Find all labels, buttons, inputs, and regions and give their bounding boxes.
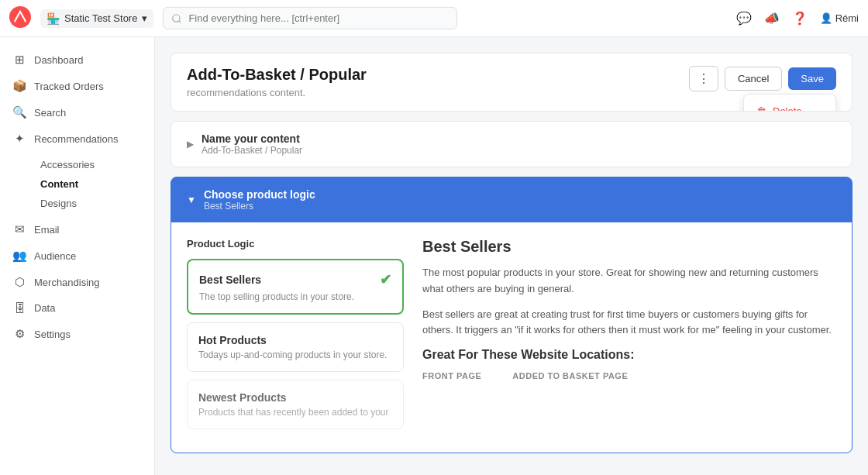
page-actions: ⋮ Cancel Save	[689, 66, 836, 91]
newest-products-title: Newest Products	[198, 391, 392, 404]
merchandising-icon: ⬡	[12, 275, 26, 289]
email-icon: ✉	[12, 222, 26, 236]
page-subtitle: recommendations content.	[187, 87, 367, 98]
page-title: Add-To-Basket / Popular	[187, 66, 367, 84]
sidebar-item-label: Search	[34, 107, 66, 119]
user-menu[interactable]: 👤 Rémi	[820, 12, 859, 24]
logo	[9, 6, 31, 30]
sidebar-item-merchandising[interactable]: ⬡ Merchandising	[0, 269, 154, 295]
sidebar-item-label: Settings	[34, 329, 71, 340]
sidebar-subitem-content[interactable]: Content	[34, 174, 154, 194]
recommendations-submenu: Accessories Content Designs	[0, 152, 154, 216]
hot-products-title: Hot Products	[198, 334, 392, 346]
basket-page-label: ADDED TO BASKET PAGE	[512, 371, 628, 380]
more-options-dropdown: 🗑 Delete	[743, 94, 836, 112]
hot-products-desc: Todays up-and-coming products in your st…	[198, 349, 392, 360]
product-logic-header[interactable]: ▼ Choose product logic Best Sellers	[171, 177, 852, 222]
name-content-text: Name your content Add-To-Basket / Popula…	[202, 133, 302, 156]
sidebar-item-search[interactable]: 🔍 Search	[0, 99, 154, 126]
product-logic-text: Choose product logic Best Sellers	[204, 188, 315, 212]
sidebar-item-label: Recommendations	[34, 133, 118, 145]
chat-icon[interactable]: 💬	[736, 11, 752, 26]
name-content-sub: Add-To-Basket / Popular	[202, 145, 302, 156]
name-content-title: Name your content	[202, 133, 302, 145]
chevron-down-icon: ▼	[187, 194, 196, 205]
search-bar	[163, 7, 457, 29]
chevron-down-icon: ▾	[142, 12, 147, 24]
page-header-text: Add-To-Basket / Popular recommendations …	[187, 66, 367, 98]
sidebar-item-label: Audience	[34, 250, 76, 262]
newest-products-card[interactable]: Newest Products Products that has recent…	[187, 380, 404, 429]
data-icon: 🗄	[12, 301, 26, 315]
store-name: Static Test Store	[64, 12, 137, 24]
product-logic-section: ▼ Choose product logic Best Sellers Prod…	[170, 177, 852, 453]
global-search-input[interactable]	[163, 7, 457, 29]
location-front-page: FRONT PAGE	[422, 371, 481, 380]
sidebar-item-label: Merchandising	[34, 277, 100, 288]
more-options-button[interactable]: ⋮	[689, 66, 718, 91]
store-icon: 🏪	[46, 12, 60, 25]
user-icon: 👤	[820, 12, 832, 24]
logic-detail-para2: Best sellers are great at creating trust…	[422, 307, 836, 339]
dashboard-icon: ⊞	[12, 53, 26, 67]
sidebar-subitem-designs[interactable]: Designs	[34, 194, 154, 213]
newest-products-desc: Products that has recently been added to…	[198, 407, 392, 418]
product-logic-list: Product Logic Best Sellers ✔ The top sel…	[187, 238, 404, 437]
audience-icon: 👥	[12, 249, 26, 263]
product-logic-sub: Best Sellers	[204, 201, 315, 212]
delete-option[interactable]: 🗑 Delete	[744, 99, 835, 112]
page-header: Add-To-Basket / Popular recommendations …	[170, 53, 852, 112]
sidebar-item-dashboard[interactable]: ⊞ Dashboard	[0, 46, 154, 73]
sidebar-item-tracked-orders[interactable]: 📦 Tracked Orders	[0, 73, 154, 99]
svg-point-0	[9, 6, 31, 28]
logic-detail-para1: The most popular products in your store.…	[422, 265, 836, 298]
sidebar-item-label: Email	[34, 224, 60, 236]
checkmark-icon: ✔	[380, 271, 391, 288]
name-content-header[interactable]: ▶ Name your content Add-To-Basket / Popu…	[171, 122, 852, 167]
store-selector[interactable]: 🏪 Static Test Store ▾	[40, 9, 153, 28]
location-basket-page: ADDED TO BASKET PAGE	[512, 371, 628, 380]
logic-detail-title: Best Sellers	[422, 238, 836, 256]
chevron-right-icon: ▶	[187, 139, 194, 150]
cancel-button[interactable]: Cancel	[725, 67, 782, 91]
hot-products-card[interactable]: Hot Products Todays up-and-coming produc…	[187, 322, 404, 372]
sidebar-item-label: Dashboard	[34, 54, 84, 66]
sidebar-subitem-accessories[interactable]: Accessories	[34, 155, 154, 174]
locations-row: FRONT PAGE ADDED TO BASKET PAGE	[422, 371, 836, 380]
help-icon[interactable]: ❓	[792, 11, 808, 26]
trash-icon: 🗑	[756, 105, 766, 112]
name-content-section: ▶ Name your content Add-To-Basket / Popu…	[170, 121, 852, 167]
sidebar-item-data[interactable]: 🗄 Data	[0, 295, 154, 321]
topbar: 🏪 Static Test Store ▾ 💬 📣 ❓ 👤 Rémi	[0, 0, 868, 37]
tracked-orders-icon: 📦	[12, 79, 26, 93]
sidebar: ⊞ Dashboard 📦 Tracked Orders 🔍 Search ✦ …	[0, 37, 155, 475]
search-icon: 🔍	[12, 105, 26, 119]
save-button[interactable]: Save	[788, 67, 836, 90]
sidebar-item-audience[interactable]: 👥 Audience	[0, 243, 154, 269]
layout: ⊞ Dashboard 📦 Tracked Orders 🔍 Search ✦ …	[0, 37, 868, 475]
best-sellers-title: Best Sellers ✔	[199, 271, 391, 288]
front-page-label: FRONT PAGE	[422, 371, 481, 380]
product-logic-title: Choose product logic	[204, 188, 315, 201]
sidebar-item-email[interactable]: ✉ Email	[0, 216, 154, 243]
best-sellers-card[interactable]: Best Sellers ✔ The top selling products …	[187, 259, 404, 315]
logic-detail-panel: Best Sellers The most popular products i…	[422, 238, 836, 437]
great-for-title: Great For These Website Locations:	[422, 348, 836, 362]
product-logic-body: Product Logic Best Sellers ✔ The top sel…	[171, 222, 852, 453]
delete-label: Delete	[773, 105, 802, 112]
product-logic-label: Product Logic	[187, 238, 404, 250]
sidebar-item-recommendations[interactable]: ✦ Recommendations	[0, 126, 154, 152]
best-sellers-desc: The top selling products in your store.	[199, 291, 391, 302]
settings-icon: ⚙	[12, 327, 26, 341]
sidebar-item-label: Tracked Orders	[34, 81, 104, 92]
sidebar-item-label: Data	[34, 302, 55, 314]
sidebar-item-settings[interactable]: ⚙ Settings	[0, 321, 154, 347]
notification-icon[interactable]: 📣	[764, 11, 780, 26]
user-name: Rémi	[835, 12, 859, 24]
recommendations-icon: ✦	[12, 132, 26, 146]
main-content: Add-To-Basket / Popular recommendations …	[155, 37, 868, 475]
topbar-right: 💬 📣 ❓ 👤 Rémi	[736, 11, 859, 26]
